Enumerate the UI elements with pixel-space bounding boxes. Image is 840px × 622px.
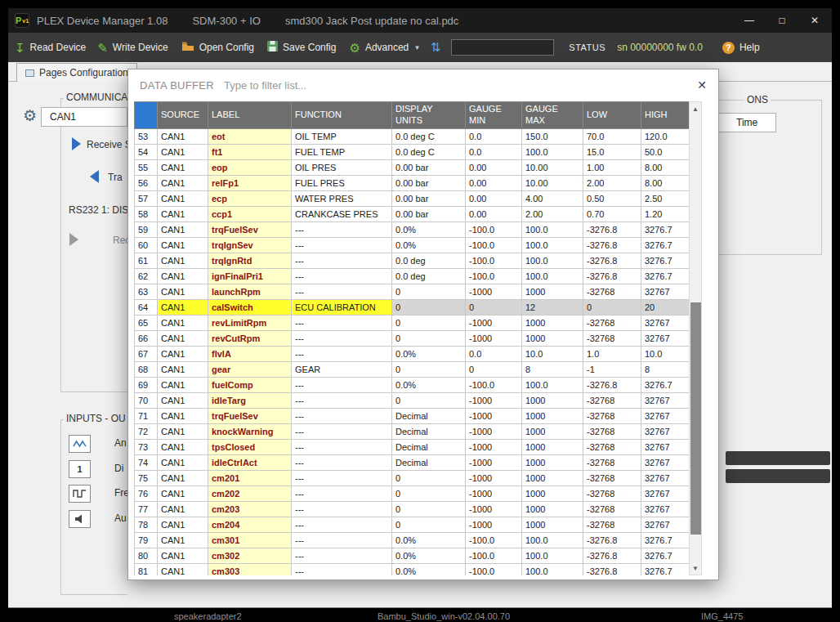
function-cell[interactable]: ---: [292, 268, 392, 284]
low-cell[interactable]: -32768: [583, 501, 641, 517]
low-cell[interactable]: -3276.8: [583, 377, 641, 392]
units-cell[interactable]: 0.00 bar: [392, 175, 466, 190]
units-cell[interactable]: 0.0%: [392, 532, 466, 548]
units-cell[interactable]: 0.0 deg C: [392, 128, 466, 144]
function-cell[interactable]: ---: [292, 392, 392, 408]
label-cell[interactable]: gear: [208, 361, 292, 377]
low-cell[interactable]: -3276.8: [583, 253, 641, 268]
units-cell[interactable]: Decimal: [392, 423, 466, 439]
row-number[interactable]: 68: [135, 361, 158, 377]
column-header[interactable]: LOW: [583, 102, 641, 129]
high-cell[interactable]: 3276.7: [641, 563, 690, 575]
source-cell[interactable]: CAN1: [158, 159, 208, 175]
function-cell[interactable]: ---: [292, 501, 392, 517]
row-number[interactable]: 75: [135, 470, 158, 486]
source-cell[interactable]: CAN1: [158, 315, 208, 330]
table-row[interactable]: 70CAN1idleTarg---0-10001000-3276832767: [135, 392, 690, 408]
gauge-max-cell[interactable]: 1000: [522, 486, 583, 501]
gauge-max-cell[interactable]: 8: [522, 361, 583, 377]
digital-input-icon[interactable]: 1: [69, 460, 91, 478]
row-number[interactable]: 69: [135, 377, 158, 392]
source-cell[interactable]: CAN1: [158, 423, 208, 439]
function-cell[interactable]: OIL PRES: [292, 159, 392, 175]
gauge-max-cell[interactable]: 10.00: [522, 159, 583, 175]
low-cell[interactable]: 0: [583, 299, 641, 315]
digital-inputs-item[interactable]: Di: [114, 463, 123, 474]
function-cell[interactable]: ---: [292, 517, 392, 532]
label-cell[interactable]: calSwitch: [208, 299, 292, 315]
transmit-button[interactable]: Tra: [108, 172, 123, 183]
high-cell[interactable]: 32767: [641, 486, 690, 501]
filter-input[interactable]: [224, 79, 485, 92]
table-row[interactable]: 67CAN1flvlA---0.0%0.010.01.010.0: [135, 346, 690, 361]
high-cell[interactable]: 3276.7: [641, 548, 690, 563]
gauge-min-cell[interactable]: -1000: [466, 392, 522, 408]
label-cell[interactable]: cm203: [208, 501, 292, 517]
row-number[interactable]: 62: [135, 268, 158, 284]
label-cell[interactable]: cm303: [208, 563, 292, 575]
units-cell[interactable]: 0.0%: [392, 237, 466, 253]
function-cell[interactable]: ECU CALIBRATION: [292, 299, 392, 315]
row-number[interactable]: 56: [135, 175, 158, 190]
table-row[interactable]: 63CAN1launchRpm---0-10001000-3276832767: [135, 284, 690, 299]
row-number[interactable]: 77: [135, 501, 158, 517]
source-cell[interactable]: CAN1: [158, 237, 208, 253]
table-row[interactable]: 75CAN1cm201---0-10001000-3276832767: [135, 470, 690, 486]
row-number[interactable]: 81: [135, 563, 158, 575]
row-number[interactable]: 60: [135, 237, 158, 253]
low-cell[interactable]: -32768: [583, 454, 641, 470]
audio-inputs-item[interactable]: Au: [114, 512, 127, 524]
source-cell[interactable]: CAN1: [158, 377, 208, 392]
high-cell[interactable]: 32767: [641, 408, 690, 423]
function-cell[interactable]: GEAR: [292, 361, 392, 377]
units-cell[interactable]: 0: [392, 392, 466, 408]
units-cell[interactable]: 0: [392, 284, 466, 299]
high-cell[interactable]: 32767: [641, 470, 690, 486]
column-header[interactable]: SOURCE: [158, 102, 208, 129]
help-button[interactable]: ? Help: [722, 42, 760, 54]
function-cell[interactable]: OIL TEMP: [292, 128, 392, 144]
table-row[interactable]: 58CAN1ccp1CRANKCASE PRES0.00 bar0.002.00…: [135, 206, 690, 222]
high-cell[interactable]: 32767: [641, 392, 690, 408]
row-number[interactable]: 71: [135, 408, 158, 423]
gauge-min-cell[interactable]: 0.0: [466, 346, 522, 361]
row-number[interactable]: 63: [135, 284, 158, 299]
gauge-max-cell[interactable]: 10.00: [522, 175, 583, 190]
gauge-min-cell[interactable]: -100.0: [466, 253, 522, 268]
high-cell[interactable]: 32767: [641, 284, 690, 299]
units-cell[interactable]: Decimal: [392, 408, 466, 423]
label-cell[interactable]: relFp1: [208, 175, 292, 190]
gauge-max-cell[interactable]: 2.00: [522, 206, 583, 222]
output-field-dark-1[interactable]: [726, 451, 830, 465]
label-cell[interactable]: cm204: [208, 517, 292, 532]
row-number[interactable]: 67: [135, 346, 158, 361]
high-cell[interactable]: 10.0: [641, 346, 690, 361]
column-header[interactable]: LABEL: [208, 102, 292, 129]
source-cell[interactable]: CAN1: [158, 439, 208, 454]
source-cell[interactable]: CAN1: [158, 470, 208, 486]
source-cell[interactable]: CAN1: [158, 268, 208, 284]
gauge-min-cell[interactable]: 0.0: [466, 128, 522, 144]
high-cell[interactable]: 3276.7: [641, 222, 690, 237]
row-number[interactable]: 80: [135, 548, 158, 563]
units-cell[interactable]: 0.00 bar: [392, 206, 466, 222]
gauge-max-cell[interactable]: 4.00: [522, 190, 583, 206]
source-cell[interactable]: CAN1: [158, 346, 208, 361]
table-row[interactable]: 64CAN1calSwitchECU CALIBRATION0012020: [135, 299, 690, 315]
source-cell[interactable]: CAN1: [158, 330, 208, 346]
gauge-min-cell[interactable]: -1000: [466, 315, 522, 330]
low-cell[interactable]: 0.50: [583, 190, 641, 206]
can-channel-select[interactable]: CAN1: [41, 107, 127, 127]
column-header[interactable]: GAUGE MAX: [522, 102, 583, 129]
table-row[interactable]: 69CAN1fuelComp---0.0%-100.0100.0-3276.83…: [135, 377, 690, 392]
units-cell[interactable]: 0.0%: [392, 222, 466, 237]
row-number[interactable]: 65: [135, 315, 158, 330]
table-row[interactable]: 53CAN1eotOIL TEMP0.0 deg C0.0150.070.012…: [135, 128, 690, 144]
high-cell[interactable]: 1.20: [641, 206, 690, 222]
label-cell[interactable]: cm302: [208, 548, 292, 563]
source-cell[interactable]: CAN1: [158, 206, 208, 222]
table-row[interactable]: 62CAN1ignFinalPri1---0.0 deg-100.0100.0-…: [135, 268, 690, 284]
units-cell[interactable]: 0: [392, 470, 466, 486]
function-cell[interactable]: ---: [292, 330, 392, 346]
source-cell[interactable]: CAN1: [158, 454, 208, 470]
